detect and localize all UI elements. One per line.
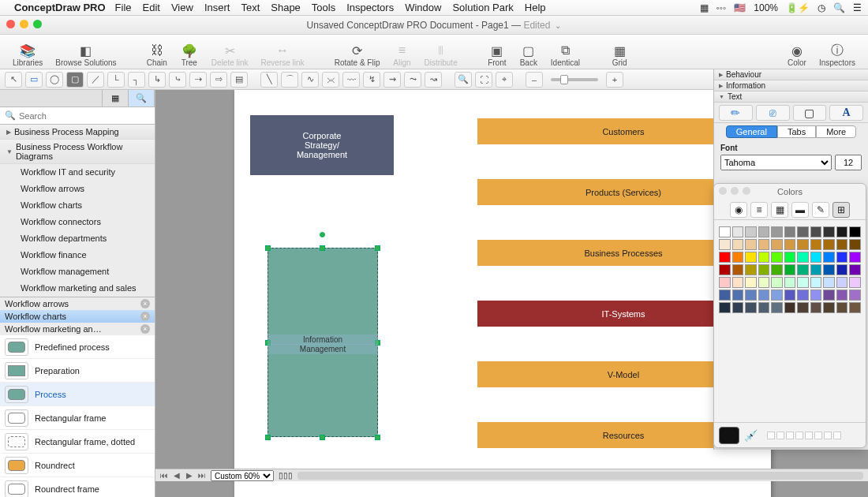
toolbar-browse-solutions[interactable]: ◧Browse Solutions — [51, 41, 121, 69]
color-swatch[interactable] — [771, 239, 783, 250]
h-scrollbar[interactable] — [297, 472, 863, 480]
color-swatch[interactable] — [745, 277, 757, 288]
tree-leaf[interactable]: Workflow arrows — [0, 181, 155, 197]
color-swatch[interactable] — [758, 226, 770, 237]
color-swatch[interactable] — [732, 239, 744, 250]
color-swatch[interactable] — [810, 226, 822, 237]
first-page-button[interactable]: ⏮ — [159, 471, 170, 480]
toolbar-rotate-flip[interactable]: ⟳Rotate & Flip — [330, 41, 385, 69]
color-swatch[interactable] — [849, 252, 861, 263]
color-swatch[interactable] — [836, 226, 848, 237]
shape-item[interactable]: Roundrect — [0, 454, 155, 477]
draw-spline[interactable]: ∿ — [301, 72, 319, 88]
color-swatch[interactable] — [784, 239, 796, 250]
color-swatch[interactable] — [719, 226, 731, 237]
color-swatch[interactable] — [784, 226, 796, 237]
pointer-tool[interactable]: ↖ — [5, 72, 22, 88]
color-swatch[interactable] — [732, 264, 744, 275]
minimize-button[interactable] — [20, 20, 28, 28]
draw-polyline[interactable]: ⩙ — [322, 72, 339, 88]
zoom-out-button[interactable]: – — [526, 72, 543, 88]
page-thumb-icon[interactable]: ▯▯▯ — [279, 471, 293, 480]
connector-tool-3[interactable]: ↳ — [148, 72, 166, 88]
color-swatch[interactable] — [719, 302, 731, 313]
draw-bezier[interactable]: 〰 — [342, 72, 360, 88]
menu-icon[interactable]: ☰ — [853, 2, 862, 13]
search-input[interactable] — [19, 111, 150, 121]
color-swatch[interactable] — [745, 264, 757, 275]
menu-edit[interactable]: Edit — [143, 2, 160, 13]
color-wheel-tab[interactable]: ◉ — [730, 202, 747, 218]
tree-leaf[interactable]: Workflow IT and security — [0, 164, 155, 181]
color-swatch[interactable] — [719, 290, 731, 301]
eyedropper-icon[interactable]: 💉 — [744, 429, 758, 442]
color-sliders-tab[interactable]: ≡ — [750, 202, 768, 218]
color-swatch[interactable] — [797, 226, 809, 237]
menu-window[interactable]: Window — [405, 2, 441, 13]
tree-leaf[interactable]: Workflow management — [0, 263, 155, 280]
color-swatch[interactable] — [797, 302, 809, 313]
color-swatch[interactable] — [810, 252, 822, 263]
rounded-rect-tool[interactable]: ▢ — [66, 72, 84, 88]
zoom-in-button[interactable]: + — [606, 72, 623, 88]
color-swatch[interactable] — [810, 302, 822, 313]
shape-item[interactable]: Rectangular frame — [0, 406, 155, 430]
color-swatch[interactable] — [758, 239, 770, 250]
chevron-down-icon[interactable]: ⌄ — [555, 21, 561, 30]
draw-connector-d[interactable]: ↝ — [425, 72, 442, 88]
menu-help[interactable]: Help — [525, 2, 546, 13]
color-swatch[interactable] — [758, 290, 770, 301]
color-swatch[interactable] — [849, 264, 861, 275]
search-tab[interactable]: 🔍 — [129, 90, 155, 106]
toolbar-chain[interactable]: ⛓Chain — [142, 41, 172, 69]
color-swatch[interactable] — [810, 239, 822, 250]
connector-tool-4[interactable]: ⤷ — [169, 72, 186, 88]
menu-solutionpark[interactable]: Solution Park — [452, 2, 513, 13]
text-underline-tab[interactable]: ✏ — [719, 105, 753, 121]
zoom-region-icon[interactable]: ⌖ — [496, 72, 513, 88]
toolbar-identical[interactable]: ⧉Identical — [546, 41, 585, 69]
tree-node[interactable]: ▶Business Process Mapping — [0, 125, 155, 140]
color-swatch[interactable] — [823, 290, 835, 301]
battery-icon[interactable]: 🔋⚡ — [786, 2, 810, 13]
toolbar-color[interactable]: ◉Color — [783, 41, 811, 69]
color-swatch[interactable] — [784, 252, 796, 263]
menu-tools[interactable]: Tools — [312, 2, 335, 13]
zoom-button[interactable] — [33, 20, 42, 28]
color-swatch[interactable] — [823, 277, 835, 288]
color-swatch[interactable] — [823, 264, 835, 275]
toolbar-libraries[interactable]: 📚Libraries — [8, 41, 47, 69]
color-swatch[interactable] — [732, 277, 744, 288]
clock-icon[interactable]: ◷ — [817, 2, 825, 13]
color-swatch[interactable] — [836, 302, 848, 313]
text-highlight-tab[interactable]: ⎚ — [756, 105, 790, 121]
library-tab[interactable] — [0, 90, 103, 106]
line-tool[interactable]: ／ — [87, 72, 104, 88]
text-shadow-tab[interactable]: ▢ — [793, 105, 827, 121]
color-pencils-tab[interactable]: ✎ — [812, 202, 829, 218]
prev-page-button[interactable]: ◀ — [171, 471, 182, 480]
color-swatch[interactable] — [823, 239, 835, 250]
color-swatch[interactable] — [849, 290, 861, 301]
color-swatch[interactable] — [823, 302, 835, 313]
menu-insert[interactable]: Insert — [204, 2, 230, 13]
close-icon[interactable]: × — [140, 324, 150, 334]
tree-leaf[interactable]: Workflow charts — [0, 197, 155, 214]
color-swatch[interactable] — [771, 226, 783, 237]
toolbar-tree[interactable]: 🌳Tree — [175, 41, 204, 69]
open-library-row[interactable]: Workflow charts× — [0, 310, 155, 323]
shape-item[interactable]: Preparation — [0, 359, 155, 383]
shape-text-line2[interactable]: Management — [268, 344, 378, 354]
zoom-fit-icon[interactable]: ⛶ — [475, 72, 492, 88]
next-page-button[interactable]: ▶ — [184, 471, 195, 480]
menu-text[interactable]: Text — [241, 2, 260, 13]
shape-item[interactable]: Rectangular frame, dotted — [0, 430, 155, 454]
color-swatch[interactable] — [810, 277, 822, 288]
color-swatch[interactable] — [784, 290, 796, 301]
color-swatch[interactable] — [810, 290, 822, 301]
page-tool[interactable]: ▤ — [230, 72, 248, 88]
color-swatch[interactable] — [719, 264, 731, 275]
color-swatch[interactable] — [745, 290, 757, 301]
color-swatch[interactable] — [771, 290, 783, 301]
colors-panel-header[interactable]: Colors — [714, 184, 866, 200]
